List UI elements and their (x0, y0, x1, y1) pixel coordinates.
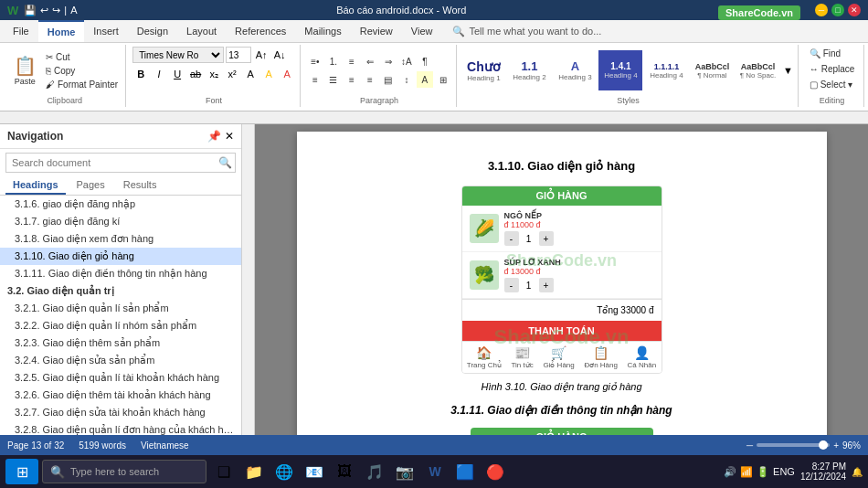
subscript-button[interactable]: x₂ (206, 66, 222, 82)
tab-mailings[interactable]: Mailings (295, 20, 350, 42)
cart-nav-home[interactable]: 🏠Trang Chủ (467, 345, 502, 369)
qty-increase-button[interactable]: + (539, 278, 554, 292)
increase-indent-button[interactable]: ⇒ (380, 53, 397, 69)
tab-home[interactable]: Home (38, 20, 85, 42)
document-area[interactable]: ShareCode.vn ShareCode.vn 3.1.10. Giao d… (255, 124, 868, 435)
align-left-button[interactable]: ≡ (307, 71, 323, 88)
replace-button[interactable]: ↔ Replace (806, 62, 859, 76)
highlight-button[interactable]: A (260, 66, 277, 82)
list-item[interactable]: 3.2.6. Giao diện thêm tài khoản khách hà… (0, 387, 241, 404)
taskbar-word-button[interactable]: W (421, 459, 449, 484)
list-item[interactable]: 3.2.3. Giao diện thêm sản phẩm (0, 334, 241, 352)
style-normal[interactable]: AaBbCcl ¶ Normal (690, 50, 734, 90)
taskbar-multitask-button[interactable]: ❑ (210, 459, 238, 484)
list-item[interactable]: 3.1.11. Giao diện điền thông tin nhận hà… (0, 265, 241, 282)
style-heading2[interactable]: 1.1 Heading 2 (507, 50, 551, 90)
line-spacing-button[interactable]: ↕ (398, 71, 415, 88)
style-nospace[interactable]: AaBbCcl ¶ No Spac. (736, 50, 779, 90)
styles-more-button[interactable]: ▼ (781, 62, 794, 79)
cut-button[interactable]: ✂ Cut (43, 51, 121, 63)
close-button[interactable]: ✕ (848, 4, 861, 16)
multilevel-button[interactable]: ≡ (344, 53, 360, 69)
underline-button[interactable]: U (169, 66, 185, 82)
shading-button[interactable]: A (417, 71, 433, 88)
font-size-input[interactable] (226, 47, 251, 63)
list-item[interactable]: 3.2.8. Giao diện quản lí đơn hàng của kh… (0, 421, 241, 435)
taskbar-explorer-button[interactable]: 📁 (240, 459, 268, 484)
list-item[interactable]: 3.1.8. Giao diện xem đơn hàng (0, 230, 241, 248)
font-size-decrease-button[interactable]: A↓ (271, 47, 288, 63)
minimize-button[interactable]: ─ (815, 4, 828, 16)
copy-button[interactable]: ⎘ Copy (43, 65, 121, 77)
style-heading5[interactable]: 1.1.1.1 Heading 4 (644, 50, 688, 90)
taskbar-app3-button[interactable]: 🎵 (361, 459, 388, 484)
tell-me-input[interactable]: 🔍 Tell me what you want to do... (441, 26, 864, 37)
zoom-out-button[interactable]: ─ (746, 440, 753, 451)
zoom-slider[interactable] (757, 443, 830, 447)
taskbar-app4-button[interactable]: 📷 (391, 459, 418, 484)
font-color-button[interactable]: A (279, 66, 295, 82)
bullets-button[interactable]: ≡• (307, 53, 323, 69)
taskbar-app6-button[interactable]: 🔴 (482, 459, 509, 484)
nav-close-icon[interactable]: ✕ (225, 130, 234, 143)
taskbar-search[interactable]: 🔍 Type here to search (42, 460, 206, 483)
style-heading4[interactable]: 1.4.1 Heading 4 (598, 50, 642, 90)
list-item[interactable]: 3.2.4. Giao diện sửa sản phẩm (0, 352, 241, 369)
notification-icon[interactable]: 🔔 (852, 467, 863, 477)
tab-review[interactable]: Review (351, 20, 402, 42)
taskbar-app2-button[interactable]: 🖼 (331, 459, 358, 484)
style-heading3[interactable]: A Heading 3 (553, 50, 597, 90)
tab-design[interactable]: Design (128, 20, 177, 42)
bold-button[interactable]: B (132, 66, 149, 82)
align-center-button[interactable]: ☰ (325, 71, 342, 88)
list-item-active[interactable]: 3.1.10. Giao diện giỏ hàng (0, 248, 241, 265)
nav-tab-headings[interactable]: Headings (5, 176, 66, 195)
text-effects-button[interactable]: A (242, 66, 259, 82)
nav-tab-pages[interactable]: Pages (69, 176, 112, 195)
list-item[interactable]: 3.2.7. Giao diện sửa tài khoản khách hàn… (0, 404, 241, 421)
numbering-button[interactable]: 1. (325, 53, 342, 69)
qty-decrease-button[interactable]: - (504, 278, 519, 292)
tab-references[interactable]: References (226, 20, 295, 42)
cart-nav-profile[interactable]: 👤Cá Nhân (628, 345, 657, 369)
tab-layout[interactable]: Layout (177, 20, 226, 42)
list-item[interactable]: 3.2. Giao diện quản trị (0, 282, 241, 300)
cart-nav-cart[interactable]: 🛒Giỏ Hàng (543, 345, 574, 369)
find-button[interactable]: 🔍 Find (806, 47, 859, 60)
nav-tab-results[interactable]: Results (116, 176, 164, 195)
list-item[interactable]: 3.2.5. Giao diện quản lí tài khoản khách… (0, 369, 241, 387)
style-heading[interactable]: Chươ Heading 1 (461, 50, 505, 90)
list-item[interactable]: 3.2.2. Giao diện quản lí nhóm sản phẩm (0, 317, 241, 334)
qty-increase-button[interactable]: + (539, 231, 554, 246)
search-input[interactable] (5, 153, 236, 173)
decrease-indent-button[interactable]: ⇐ (362, 53, 378, 69)
italic-button[interactable]: I (151, 66, 167, 82)
nav-pin-icon[interactable]: 📌 (207, 130, 221, 143)
align-right-button[interactable]: ≡ (344, 71, 360, 88)
sort-button[interactable]: ↕A (398, 53, 415, 69)
zoom-in-button[interactable]: + (833, 440, 839, 451)
font-size-increase-button[interactable]: A↑ (253, 47, 270, 63)
format-painter-button[interactable]: 🖌 Format Painter (43, 79, 121, 90)
justify-button[interactable]: ≡ (362, 71, 378, 88)
cart-nav-orders[interactable]: 📋Đơn Hàng (584, 345, 618, 369)
tab-file[interactable]: File (4, 20, 38, 42)
taskbar-app5-button[interactable]: 🟦 (451, 459, 479, 484)
tab-view[interactable]: View (402, 20, 442, 42)
cart-checkout-button[interactable]: THANH TOÁN (462, 321, 662, 341)
maximize-button[interactable]: □ (831, 4, 844, 16)
superscript-button[interactable]: x² (224, 66, 240, 82)
list-item[interactable]: 3.2.1. Giao diện quản lí sản phẩm (0, 300, 241, 317)
taskbar-app1-button[interactable]: 📧 (301, 459, 328, 484)
paste-button[interactable]: 📋 Paste (8, 50, 41, 90)
cart-nav-news[interactable]: 📰Tin tức (512, 345, 534, 369)
borders-button[interactable]: ⊞ (435, 71, 451, 88)
select-button[interactable]: ▢ Select ▾ (806, 78, 859, 91)
strikethrough-button[interactable]: ab (187, 66, 204, 82)
start-button[interactable]: ⊞ (5, 459, 38, 484)
list-item[interactable]: 3.1.7. giao diện đăng kí (0, 213, 241, 230)
column-button[interactable]: ▤ (380, 71, 397, 88)
qty-decrease-button[interactable]: - (504, 231, 519, 246)
list-item[interactable]: 3.1.6. giao diện đăng nhập (0, 196, 241, 213)
show-hide-button[interactable]: ¶ (417, 53, 433, 69)
